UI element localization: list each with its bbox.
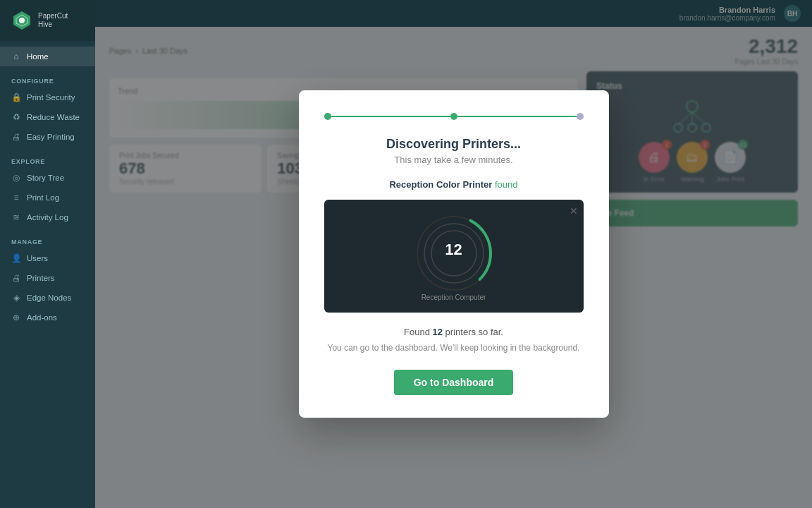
step-dot-1 — [324, 113, 331, 120]
tree-icon: ◎ — [11, 173, 21, 183]
svg-point-2 — [19, 18, 25, 23]
go-to-dashboard-button[interactable]: Go to Dashboard — [394, 370, 514, 395]
users-icon: 👤 — [11, 253, 21, 263]
leaf-icon: ♻ — [11, 112, 21, 122]
found-count: 12 — [433, 327, 443, 337]
sidebar-nav: ⌂ Home CONFIGURE 🔒 Print Security ♻ Redu… — [0, 41, 95, 508]
printer-name: Reception Color Printer — [389, 179, 492, 190]
step-dot-2 — [450, 113, 457, 120]
modal-overlay: Discovering Printers... This may take a … — [95, 0, 812, 508]
explore-section-label: EXPLORE — [0, 147, 95, 168]
sidebar-item-print-security[interactable]: 🔒 Print Security — [0, 87, 95, 107]
configure-section-label: CONFIGURE — [0, 66, 95, 87]
log-icon: ≡ — [11, 193, 21, 202]
logo-icon — [11, 10, 32, 31]
sidebar-item-add-ons[interactable]: ⊕ Add-ons — [0, 308, 95, 327]
found-summary-suffix: printers so far. — [445, 327, 503, 337]
modal: Discovering Printers... This may take a … — [299, 90, 609, 418]
found-desc: You can go to the dashboard. We'll keep … — [324, 343, 584, 353]
logo-text: PaperCut Hive — [38, 12, 68, 29]
sidebar-item-reduce-waste[interactable]: ♻ Reduce Waste — [0, 107, 95, 127]
sidebar-item-users[interactable]: 👤 Users — [0, 248, 95, 268]
step-line-1 — [331, 116, 450, 117]
sidebar-item-printers[interactable]: 🖨 Printers — [0, 268, 95, 288]
logo: PaperCut Hive — [0, 0, 95, 41]
stepper — [324, 113, 584, 120]
chart-number: 12 — [445, 241, 462, 259]
found-label: found — [495, 179, 518, 190]
chart-close-icon[interactable]: ✕ — [570, 205, 578, 217]
printer-icon: 🖨 — [11, 273, 21, 283]
addon-icon: ⊕ — [11, 313, 21, 322]
modal-subtitle: This may take a few minutes. — [324, 155, 584, 165]
manage-section-label: MANAGE — [0, 227, 95, 248]
step-line-2 — [457, 116, 577, 117]
home-icon: ⌂ — [11, 52, 21, 61]
activity-icon: ≋ — [11, 212, 21, 222]
sidebar-item-activity-log[interactable]: ≋ Activity Log — [0, 207, 95, 227]
found-summary-prefix: Found — [404, 327, 430, 337]
sidebar-item-print-log[interactable]: ≡ Print Log — [0, 188, 95, 207]
shield-icon: 🔒 — [11, 92, 21, 102]
sidebar-item-story-tree[interactable]: ◎ Story Tree — [0, 168, 95, 188]
main-area: Brandon Harris brandon.harris@company.co… — [95, 0, 812, 508]
node-icon: ◈ — [11, 293, 21, 303]
found-summary: Found 12 printers so far. — [324, 327, 584, 337]
sidebar: PaperCut Hive ⌂ Home CONFIGURE 🔒 Print S… — [0, 0, 95, 508]
sidebar-item-easy-printing[interactable]: 🖨 Easy Printing — [0, 127, 95, 147]
printer-found-text: Reception Color Printer found — [324, 179, 584, 190]
chart-inner: 12 — [412, 211, 496, 288]
sidebar-item-home[interactable]: ⌂ Home — [0, 47, 95, 66]
sidebar-item-edge-nodes[interactable]: ◈ Edge Nodes — [0, 288, 95, 308]
step-dot-3 — [577, 113, 584, 120]
modal-title: Discovering Printers... — [324, 137, 584, 152]
chart-container: ✕ 12 — [324, 200, 584, 313]
print-icon: 🖨 — [11, 132, 21, 142]
